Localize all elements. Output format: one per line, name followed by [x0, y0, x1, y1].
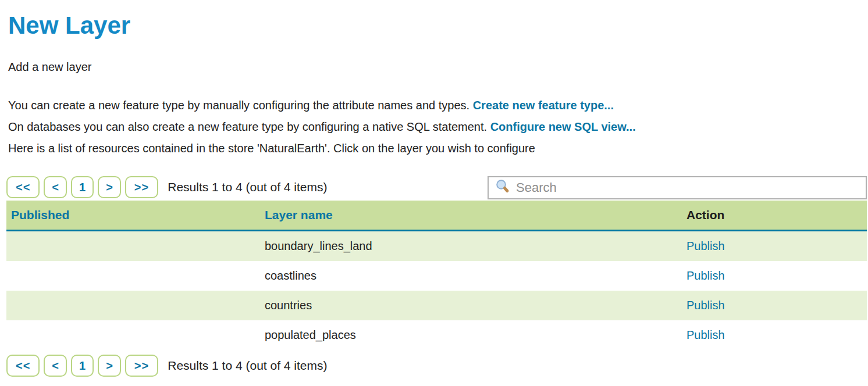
prev-page-button[interactable]: <: [44, 176, 67, 198]
column-header-action: Action: [682, 201, 867, 231]
first-page-button[interactable]: <<: [6, 176, 40, 198]
publish-link[interactable]: Publish: [686, 328, 725, 341]
page-subtitle: Add a new layer: [8, 60, 868, 74]
table-row: coastlines Publish: [6, 261, 867, 291]
table-row: boundary_lines_land Publish: [6, 231, 867, 262]
results-summary-bottom: Results 1 to 4 (out of 4 items): [168, 359, 327, 373]
search-input[interactable]: [516, 180, 866, 195]
configure-sql-view-link[interactable]: Configure new SQL view...: [490, 120, 636, 133]
first-page-button-bottom[interactable]: <<: [6, 355, 40, 377]
results-summary: Results 1 to 4 (out of 4 items): [168, 180, 327, 194]
page-1-button-bottom[interactable]: 1: [71, 355, 94, 377]
layer-name-cell: populated_places: [260, 320, 682, 350]
action-cell: Publish: [682, 261, 867, 291]
action-cell: Publish: [682, 231, 867, 262]
published-cell: [6, 261, 260, 291]
intro-line-1-text: You can create a new feature type by man…: [8, 99, 473, 112]
action-cell: Publish: [682, 291, 867, 320]
column-header-published: Published: [6, 201, 260, 231]
intro-line-3: Here is a list of resources contained in…: [8, 138, 868, 159]
intro-line-3-text: Here is a list of resources contained in…: [8, 142, 535, 155]
layers-table: Published Layer name Action boundary_lin…: [6, 201, 867, 350]
column-header-layer-name: Layer name: [260, 201, 682, 231]
table-toolbar: << < 1 > >> Results 1 to 4 (out of 4 ite…: [6, 176, 867, 199]
pager-bottom: << < 1 > >> Results 1 to 4 (out of 4 ite…: [6, 355, 868, 377]
layer-name-cell: coastlines: [260, 261, 682, 291]
publish-link[interactable]: Publish: [686, 299, 725, 312]
search-icon: [495, 179, 510, 196]
table-header-row: Published Layer name Action: [6, 201, 867, 231]
publish-link[interactable]: Publish: [686, 240, 725, 252]
prev-page-button-bottom[interactable]: <: [44, 355, 67, 377]
layer-name-cell: boundary_lines_land: [260, 231, 682, 262]
last-page-button[interactable]: >>: [125, 176, 158, 198]
layer-name-sort-link[interactable]: Layer name: [265, 208, 333, 221]
next-page-button-bottom[interactable]: >: [98, 355, 121, 377]
pager-top: << < 1 > >> Results 1 to 4 (out of 4 ite…: [6, 176, 328, 198]
publish-link[interactable]: Publish: [686, 269, 725, 282]
next-page-button[interactable]: >: [98, 176, 121, 198]
table-row: populated_places Publish: [6, 320, 867, 350]
published-cell: [6, 320, 260, 350]
intro-text: You can create a new feature type by man…: [8, 95, 868, 159]
search-box[interactable]: [488, 176, 867, 199]
published-cell: [6, 291, 260, 320]
action-cell: Publish: [682, 320, 867, 350]
page-title: New Layer: [8, 12, 868, 40]
published-cell: [6, 231, 260, 262]
new-layer-page: New Layer Add a new layer You can create…: [0, 0, 868, 386]
intro-line-2: On databases you can also create a new f…: [8, 116, 868, 138]
create-feature-type-link[interactable]: Create new feature type...: [473, 99, 614, 112]
intro-line-1: You can create a new feature type by man…: [8, 95, 868, 116]
published-sort-link[interactable]: Published: [11, 208, 69, 221]
last-page-button-bottom[interactable]: >>: [125, 355, 158, 377]
layer-name-cell: countries: [260, 291, 682, 320]
table-row: countries Publish: [6, 291, 867, 320]
page-1-button[interactable]: 1: [71, 176, 94, 198]
intro-line-2-text: On databases you can also create a new f…: [8, 120, 490, 133]
